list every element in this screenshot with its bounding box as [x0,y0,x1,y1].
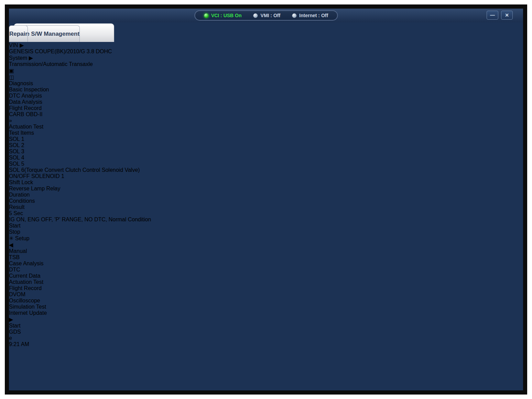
sidebar-item-carb-obd-ii[interactable]: CARB OBD-II [9,111,523,118]
list-item-sol3[interactable]: SOL 3 [9,148,523,155]
duration-label: Duration [9,192,523,198]
internet-status[interactable]: Internet : Off [292,13,328,18]
toolbar-button-simulation-test[interactable]: Simulation Test [9,304,523,310]
list-item-shift-lock[interactable]: Shift Lock [9,179,523,186]
toolbar-button-dtc[interactable]: DTC [9,267,523,273]
list-item-sol2[interactable]: SOL 2 [9,142,523,148]
system-arrow-icon: ▶ [29,55,33,61]
toolbar-button-oscilloscope[interactable]: Oscilloscope [9,298,523,304]
close-button[interactable]: ✕ [501,11,513,20]
toolbar-scroll-left-icon[interactable]: ◀ [9,242,523,248]
start-menu-button[interactable]: Start [9,323,523,329]
toolbar-button-case-analysis[interactable]: Case Analysis [9,261,523,267]
vin-arrow-icon: ▶ [20,42,24,48]
vmi-status-label: VMI : Off [261,13,281,18]
tab-repair[interactable]: Repair [9,25,28,42]
toolbar-scroll-right-icon[interactable]: ▶ [9,316,523,323]
vmi-status[interactable]: VMI : Off [253,13,281,18]
system-field[interactable]: Transmission/Automatic Transaxle [9,61,523,67]
stop-button[interactable]: Stop [9,229,523,235]
sidebar-collapse-handle[interactable]: » [9,118,523,124]
setup-gear-icon: ✳ [9,235,13,241]
list-item-reverse-lamp-relay[interactable]: Reverse Lamp Relay [9,186,523,192]
system-button-label: System [9,55,27,61]
vmi-led-icon [253,13,258,18]
taskbar-gds-window-button[interactable]: GDS [9,329,523,335]
gds-application-screenshot: VCI : USB On VMI : Off Internet : Off — … [0,0,532,399]
internet-status-label: Internet : Off [299,13,328,18]
sidebar-item-data-analysis[interactable]: Data Analysis [9,99,523,105]
sidebar-item-dtc-analysis[interactable]: DTC Analysis [9,93,523,99]
main-area: Diagnosis Basic Inspection DTC Analysis … [9,80,523,235]
minimize-button[interactable]: — [487,11,498,20]
toolbar-button-internet-update[interactable]: Internet Update [9,310,523,316]
section-header: Actuation Test [9,124,523,130]
title-bar: VCI : USB On VMI : Off Internet : Off — … [9,9,523,22]
connection-status-panel: VCI : USB On VMI : Off Internet : Off [194,10,338,21]
function-toolbar: ✳ Setup ◀ Manual TSB Case Analysis [9,235,523,323]
vehicle-selection-bar: VIN ▶ GENESIS COUPE(BK)/2010/G 3.8 DOHC … [9,42,523,80]
internet-led-icon [292,13,296,18]
duration-value-box: 5 Sec [9,210,523,217]
vci-led-icon [204,13,208,18]
vin-button-label: VIN [9,42,18,48]
conditions-value-box: IG ON, ENG OFF, 'P' RANGE, NO DTC, Norma… [9,217,523,223]
toolbar-button-dvom[interactable]: DVOM [9,291,523,298]
result-label: Result [9,204,523,210]
taskbar-clock: 9:21 AM [9,341,523,347]
content-area: Actuation Test Test Items SOL 1 SOL 2 SO… [9,124,523,235]
toolbar-button-flight-record[interactable]: Flight Record [9,285,523,291]
main-tab-bar: GD S Preparation Diagnosis Vehicle S/W M… [9,22,523,42]
gds-task-label: GDS [9,329,21,335]
start-button[interactable]: Start [9,223,523,229]
sidebar: Diagnosis Basic Inspection DTC Analysis … [9,80,523,124]
toolbar-button-current-data[interactable]: Current Data [9,273,523,279]
capture-icon[interactable]: ▣ [9,67,523,74]
list-item-sol4[interactable]: SOL 4 [9,155,523,161]
sidebar-item-flight-record[interactable]: Flight Record [9,105,523,111]
windows-taskbar: Start GDS e 9:21 AM [9,323,523,347]
conditions-label: Conditions [9,198,523,204]
system-button[interactable]: System ▶ [9,55,523,61]
internet-explorer-icon[interactable]: e [9,335,523,341]
test-detail-panel: Duration Conditions Result 5 Sec IG ON, … [9,192,523,235]
list-item-sol6[interactable]: SOL 6(Torque Convert Clutch Control Sole… [9,167,523,173]
window-frame: VCI : USB On VMI : Off Internet : Off — … [5,4,527,395]
setup-label: Setup [15,235,30,241]
report-icon[interactable]: ◫ [9,74,523,80]
section-title: Actuation Test [9,124,43,130]
sidebar-title: Diagnosis [9,80,523,87]
vin-button[interactable]: VIN ▶ [9,42,523,48]
toolbar-button-actuation-test[interactable]: Actuation Test [9,279,523,285]
start-label: Start [9,323,21,329]
list-item-sol5[interactable]: SOL 5 [9,161,523,167]
vci-status[interactable]: VCI : USB On [204,13,242,18]
list-item-sol1[interactable]: SOL 1 [9,136,523,142]
test-items-header: Test Items [9,130,523,136]
toolbar-button-tsb[interactable]: TSB [9,254,523,261]
toolbar-button-manual[interactable]: Manual [9,248,523,254]
setup-button[interactable]: ✳ Setup [9,235,523,242]
sidebar-menu: Diagnosis Basic Inspection DTC Analysis … [9,80,523,118]
list-item-onoff-solenoid1[interactable]: ON/OFF SOLENOID 1 [9,173,523,179]
vci-status-label: VCI : USB On [211,13,242,18]
vin-field[interactable]: GENESIS COUPE(BK)/2010/G 3.8 DOHC [9,48,523,55]
test-items-list: Test Items SOL 1 SOL 2 SOL 3 SOL 4 SOL 5… [9,130,523,192]
sidebar-item-basic-inspection[interactable]: Basic Inspection [9,87,523,93]
